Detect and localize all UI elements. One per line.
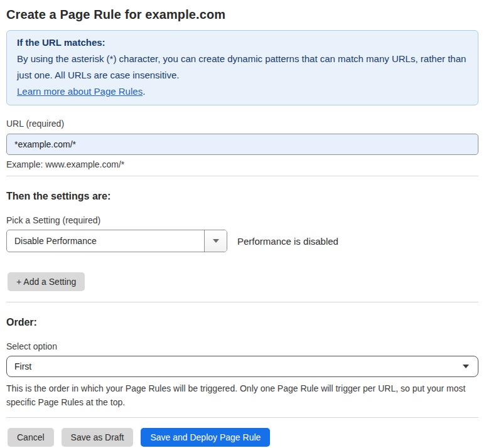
divider bbox=[6, 176, 478, 176]
pick-setting-label: Pick a Setting (required) bbox=[6, 215, 478, 225]
info-box-body: By using the asterisk (*) character, you… bbox=[17, 51, 468, 83]
add-setting-button[interactable]: + Add a Setting bbox=[8, 272, 85, 291]
order-select[interactable]: First bbox=[6, 356, 478, 377]
setting-status-text: Performance is disabled bbox=[237, 236, 338, 247]
url-match-info-box: If the URL matches: By using the asteris… bbox=[6, 30, 478, 105]
chevron-down-icon bbox=[463, 365, 469, 368]
setting-select-value: Disable Performance bbox=[7, 230, 204, 252]
create-page-rule-panel: Create a Page Rule for example.com If th… bbox=[0, 0, 496, 447]
learn-more-link[interactable]: Learn more about Page Rules bbox=[17, 86, 143, 97]
url-input[interactable] bbox=[6, 134, 478, 155]
setting-select[interactable]: Disable Performance bbox=[6, 230, 227, 252]
save-and-deploy-button[interactable]: Save and Deploy Page Rule bbox=[141, 428, 270, 447]
chevron-down-icon bbox=[213, 239, 219, 243]
settings-section-heading: Then the settings are: bbox=[6, 191, 478, 202]
cancel-button[interactable]: Cancel bbox=[8, 428, 54, 447]
page-title: Create a Page Rule for example.com bbox=[6, 8, 478, 22]
order-help-text: This is the order in which your Page Rul… bbox=[6, 381, 474, 409]
divider bbox=[6, 302, 478, 302]
link-suffix: . bbox=[143, 86, 145, 97]
url-example-hint: Example: www.example.com/* bbox=[6, 159, 478, 169]
divider bbox=[6, 417, 478, 418]
info-box-heading: If the URL matches: bbox=[17, 35, 468, 51]
order-select-value: First bbox=[14, 361, 463, 371]
info-box-link-line: Learn more about Page Rules. bbox=[17, 83, 468, 100]
url-field-label: URL (required) bbox=[6, 119, 478, 129]
setting-picker-row: Disable Performance Performance is disab… bbox=[6, 230, 478, 252]
save-as-draft-button[interactable]: Save as Draft bbox=[62, 428, 134, 447]
footer-actions: Cancel Save as Draft Save and Deploy Pag… bbox=[8, 428, 478, 447]
order-select-label: Select option bbox=[6, 341, 478, 351]
order-section-heading: Order: bbox=[6, 317, 478, 328]
setting-select-arrow-button[interactable] bbox=[204, 230, 227, 252]
